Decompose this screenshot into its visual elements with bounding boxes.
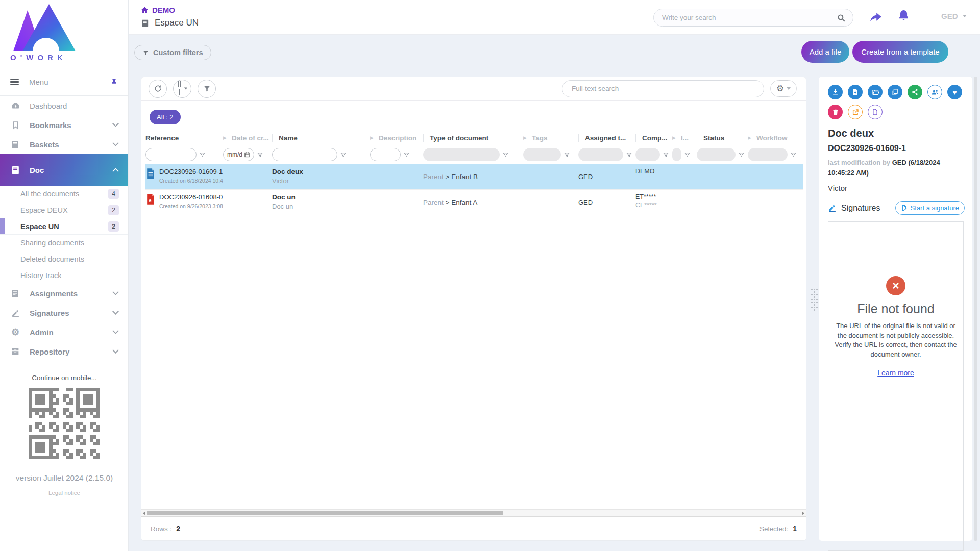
sidebar-item-repository[interactable]: Repository bbox=[0, 342, 128, 361]
row-company: ET***** bbox=[635, 193, 657, 201]
column-header-reference[interactable]: Reference bbox=[145, 134, 179, 142]
assign-users-button[interactable] bbox=[927, 85, 942, 99]
sidebar-item-history-track[interactable]: History track bbox=[0, 267, 128, 284]
sidebar-item-doc[interactable]: Doc bbox=[0, 154, 128, 186]
sidebar-item-espace-deux[interactable]: Espace DEUX 2 bbox=[0, 202, 128, 218]
filter-i-select[interactable] bbox=[672, 148, 681, 161]
funnel-icon[interactable] bbox=[340, 152, 347, 158]
row-created: Created on 9/26/2023 3:08:43 AM bbox=[159, 203, 223, 209]
open-external-button[interactable] bbox=[848, 105, 863, 119]
scroll-left-icon[interactable] bbox=[143, 511, 145, 515]
custom-filters-button[interactable]: Custom filters bbox=[134, 45, 211, 60]
share-button[interactable] bbox=[908, 85, 922, 99]
column-header-type[interactable]: Type of document bbox=[430, 134, 488, 142]
sidebar-item-assignments[interactable]: Assignments bbox=[0, 284, 128, 303]
table-row[interactable]: DOC230926-01609-1 Created on 6/18/2024 1… bbox=[145, 164, 803, 190]
filter-company-select[interactable] bbox=[635, 148, 660, 161]
start-signature-button[interactable]: Start a signature bbox=[895, 201, 965, 215]
breadcrumb-space[interactable]: Espace UN bbox=[141, 18, 199, 28]
funnel-icon[interactable] bbox=[684, 152, 691, 158]
download-button[interactable] bbox=[828, 85, 843, 99]
column-header-i[interactable]: I... bbox=[681, 134, 689, 142]
filter-workflow-select[interactable] bbox=[748, 148, 788, 161]
column-header-name[interactable]: Name bbox=[279, 134, 298, 142]
sidebar-item-label: Bookmarks bbox=[30, 121, 71, 130]
sidebar-item-sharing-documents[interactable]: Sharing documents bbox=[0, 235, 128, 251]
funnel-icon[interactable] bbox=[790, 152, 797, 158]
filter-type-select[interactable] bbox=[423, 148, 500, 161]
horizontal-scrollbar[interactable] bbox=[141, 509, 806, 517]
pin-sidebar-icon[interactable] bbox=[110, 78, 118, 86]
sidebar-item-admin[interactable]: ⚙ Admin bbox=[0, 322, 128, 342]
filter-name-input[interactable] bbox=[272, 148, 337, 161]
column-header-tags[interactable]: Tags bbox=[532, 134, 548, 142]
archive-box-icon bbox=[10, 346, 20, 357]
fulltext-search-input[interactable] bbox=[571, 84, 755, 93]
sidebar-item-deleted-documents[interactable]: Deleted documents bbox=[0, 251, 128, 267]
table-settings-button[interactable]: ⚙ bbox=[770, 80, 797, 97]
chevron-down-icon bbox=[112, 140, 119, 146]
column-header-assigned[interactable]: Assigned t... bbox=[585, 134, 626, 142]
column-header-company[interactable]: Comp... bbox=[642, 134, 668, 142]
filter-assigned-select[interactable] bbox=[578, 148, 623, 161]
chevron-down-icon bbox=[112, 308, 119, 315]
column-header-date[interactable]: Date of cr... bbox=[232, 134, 269, 142]
funnel-icon[interactable] bbox=[502, 152, 509, 158]
vertical-scrollbar[interactable] bbox=[974, 77, 977, 541]
column-separator bbox=[697, 134, 697, 142]
user-menu[interactable]: GED bbox=[941, 12, 967, 20]
row-reference: DOC230926-01609-1 bbox=[159, 168, 223, 176]
sidebar-item-bookmarks[interactable]: Bookmarks bbox=[0, 115, 128, 135]
panel-resize-handle[interactable] bbox=[811, 288, 819, 312]
funnel-icon[interactable] bbox=[199, 152, 206, 158]
filter-tags-select[interactable] bbox=[523, 148, 561, 161]
breadcrumb-home-label: DEMO bbox=[152, 6, 175, 14]
upload-version-button[interactable] bbox=[848, 85, 863, 99]
breadcrumb-home[interactable]: DEMO bbox=[141, 6, 199, 14]
funnel-icon[interactable] bbox=[564, 152, 570, 158]
search-icon[interactable] bbox=[837, 13, 846, 22]
sidebar-item-dashboard[interactable]: Dashboard bbox=[0, 96, 128, 115]
funnel-icon[interactable] bbox=[626, 152, 632, 158]
add-file-button[interactable]: Add a file bbox=[801, 41, 849, 63]
hamburger-icon[interactable] bbox=[10, 77, 19, 87]
funnel-icon[interactable] bbox=[257, 152, 263, 158]
sidebar-item-all-documents[interactable]: All the documents 4 bbox=[0, 186, 128, 202]
sidebar-item-label: Doc bbox=[30, 166, 44, 174]
share-forward-icon[interactable] bbox=[869, 10, 883, 24]
sidebar-item-espace-un[interactable]: Espace UN 2 bbox=[0, 218, 128, 235]
table-row[interactable]: DOC230926-01608-0 Created on 9/26/2023 3… bbox=[145, 190, 803, 215]
scrollbar-thumb[interactable] bbox=[147, 511, 503, 515]
copy-button[interactable] bbox=[888, 85, 902, 99]
legal-notice-link[interactable]: Legal notice bbox=[0, 490, 129, 496]
sidebar-item-signatures[interactable]: Signatures bbox=[0, 303, 128, 322]
learn-more-link[interactable]: Learn more bbox=[877, 369, 914, 377]
custom-filters-label: Custom filters bbox=[153, 48, 203, 57]
global-search-input[interactable] bbox=[661, 13, 837, 22]
create-from-template-button[interactable]: Create from a template bbox=[852, 41, 948, 63]
funnel-icon[interactable] bbox=[738, 152, 745, 158]
column-header-description[interactable]: Description bbox=[379, 134, 416, 142]
column-header-workflow[interactable]: Workflow bbox=[756, 134, 788, 142]
columns-button[interactable] bbox=[173, 80, 191, 98]
tab-all-documents[interactable]: All : 2 bbox=[150, 110, 181, 124]
delete-button[interactable] bbox=[828, 105, 843, 119]
notifications-bell-icon[interactable] bbox=[897, 9, 910, 22]
filter-button[interactable] bbox=[198, 80, 216, 98]
scroll-right-icon[interactable] bbox=[802, 511, 804, 515]
open-folder-button[interactable] bbox=[868, 85, 883, 99]
filter-reference-input[interactable] bbox=[145, 148, 197, 161]
row-type-parent: Parent bbox=[423, 198, 444, 206]
filter-description-input[interactable] bbox=[370, 148, 401, 161]
filter-status-select[interactable] bbox=[697, 148, 736, 161]
funnel-icon[interactable] bbox=[403, 152, 410, 158]
column-header-status[interactable]: Status bbox=[703, 134, 724, 142]
sidebar-item-baskets[interactable]: Baskets bbox=[0, 135, 128, 154]
favorite-button[interactable]: ♥ bbox=[947, 85, 962, 99]
signature-pen-icon bbox=[10, 308, 20, 318]
rows-label: Rows : bbox=[151, 525, 172, 533]
document-properties-button[interactable] bbox=[868, 105, 883, 119]
funnel-icon[interactable] bbox=[663, 152, 669, 158]
filter-date-input[interactable]: mm/d bbox=[223, 148, 254, 161]
refresh-button[interactable] bbox=[149, 80, 167, 98]
